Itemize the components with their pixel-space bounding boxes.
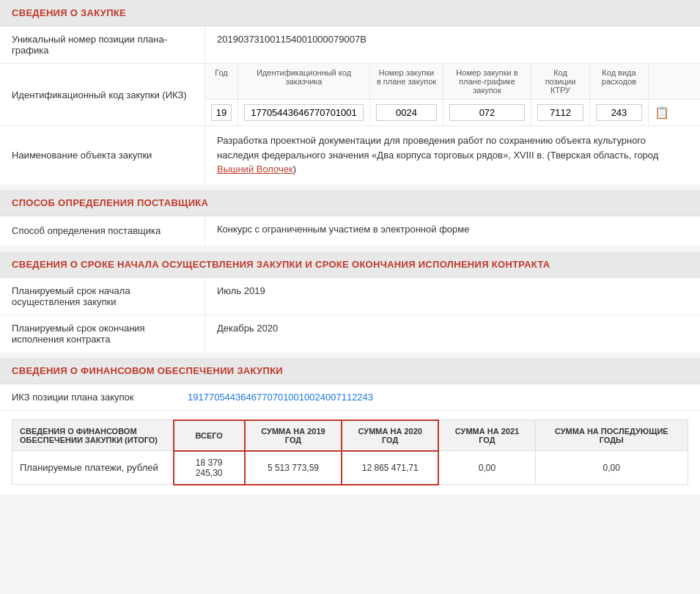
fin-val-total: 18 379 245,30 — [174, 451, 245, 485]
financial-header: СВЕДЕНИЯ О ФИНАНСОВОМ ОБЕСПЕЧЕНИИ ЗАКУПК… — [0, 358, 700, 384]
fin-col-row-header: СВЕДЕНИЯ О ФИНАНСОВОМ ОБЕСПЕЧЕНИИ ЗАКУПК… — [12, 420, 174, 451]
ikz-val-num — [370, 100, 443, 125]
timeline-body: Планируемый срок начала осуществления за… — [0, 278, 700, 352]
ikz-content: Год Идентификационный код заказчика Номе… — [205, 64, 700, 125]
fin-col-future-header: СУММА НА ПОСЛЕДУЮЩИЕ ГОДЫ — [535, 420, 688, 451]
ikz-val-plan — [443, 100, 531, 125]
ikz-val-year — [205, 100, 238, 125]
page: СВЕДЕНИЯ О ЗАКУПКЕ Уникальный номер пози… — [0, 0, 700, 494]
ikz-num-input[interactable] — [376, 104, 437, 121]
ikz-col-num-header: Номер закупки в плане закупок — [370, 64, 443, 99]
name-text-part2: ) — [293, 164, 296, 175]
copy-icon[interactable]: 📋 — [649, 103, 675, 122]
financial-body: ИКЗ позиции плана закупок 19177054436467… — [0, 384, 700, 494]
ikz-label: Идентификационный код закупки (ИКЗ) — [0, 64, 205, 125]
fin-col-2019-header: СУММА НА 2019 ГОД — [245, 420, 342, 451]
name-link[interactable]: Вышний Волочек — [217, 164, 293, 175]
unique-number-label: Уникальный номер позиции плана-графика — [0, 26, 205, 63]
ikz-col-plan-header: Номер закупки в плане-графике закупок — [443, 64, 531, 99]
name-value: Разработка проектной документации для пр… — [205, 126, 700, 184]
ikz-exp-input[interactable] — [596, 104, 642, 121]
ikz-col-headers: Год Идентификационный код заказчика Номе… — [205, 64, 700, 100]
fin-col-2020-header: СУММА НА 2020 ГОД — [342, 420, 438, 451]
timeline-section: СВЕДЕНИЯ О СРОКЕ НАЧАЛА ОСУЩЕСТВЛЕНИЯ ЗА… — [0, 252, 700, 352]
financial-section: СВЕДЕНИЯ О ФИНАНСОВОМ ОБЕСПЕЧЕНИИ ЗАКУПК… — [0, 358, 700, 494]
ikz-plan-input[interactable] — [449, 104, 525, 121]
end-label: Планируемый срок окончания исполнения ко… — [0, 315, 205, 352]
start-row: Планируемый срок начала осуществления за… — [0, 278, 700, 315]
supplier-header: СПОСОБ ОПРЕДЕЛЕНИЯ ПОСТАВЩИКА — [0, 190, 700, 216]
purchase-info-body: Уникальный номер позиции плана-графика 2… — [0, 26, 700, 184]
start-value: Июль 2019 — [205, 278, 700, 315]
fin-ikz-row: ИКЗ позиции плана закупок 19177054436467… — [0, 384, 700, 411]
unique-number-value: 201903731001154001000079007B — [205, 26, 700, 63]
fin-col-total-header: ВСЕГО — [174, 420, 245, 451]
ikz-values-row: 📋 — [205, 100, 700, 125]
supplier-value: Конкурс с ограниченным участием в электр… — [205, 216, 700, 246]
supplier-section: СПОСОБ ОПРЕДЕЛЕНИЯ ПОСТАВЩИКА Способ опр… — [0, 190, 700, 246]
supplier-body: Способ определения поставщика Конкурс с … — [0, 216, 700, 246]
unique-number-row: Уникальный номер позиции плана-графика 2… — [0, 26, 700, 64]
ikz-row: Идентификационный код закупки (ИКЗ) Год … — [0, 64, 700, 126]
fin-ikz-label: ИКЗ позиции плана закупок — [12, 392, 188, 403]
fin-table-data-row: Планируемые платежи, рублей 18 379 245,3… — [12, 451, 688, 485]
ikz-val-id — [238, 100, 370, 125]
fin-val-2020: 12 865 471,71 — [342, 451, 438, 485]
ikz-col-year-header: Год — [205, 64, 238, 99]
fin-val-2021: 0,00 — [438, 451, 535, 485]
name-label: Наименование объекта закупки — [0, 126, 205, 184]
supplier-row: Способ определения поставщика Конкурс с … — [0, 216, 700, 246]
ikz-ktru-input[interactable] — [537, 104, 583, 121]
end-row: Планируемый срок окончания исполнения ко… — [0, 315, 700, 352]
fin-col-2021-header: СУММА НА 2021 ГОД — [438, 420, 535, 451]
timeline-header: СВЕДЕНИЯ О СРОКЕ НАЧАЛА ОСУЩЕСТВЛЕНИЯ ЗА… — [0, 252, 700, 278]
fin-table-wrapper: СВЕДЕНИЯ О ФИНАНСОВОМ ОБЕСПЕЧЕНИИ ЗАКУПК… — [0, 411, 700, 494]
purchase-info-section: СВЕДЕНИЯ О ЗАКУПКЕ Уникальный номер пози… — [0, 0, 700, 184]
ikz-col-exp-header: Код вида расходов — [590, 64, 649, 99]
fin-table-header-row: СВЕДЕНИЯ О ФИНАНСОВОМ ОБЕСПЕЧЕНИИ ЗАКУПК… — [12, 420, 688, 451]
fin-val-future: 0,00 — [535, 451, 688, 485]
end-value: Декабрь 2020 — [205, 315, 700, 352]
name-text-part1: Разработка проектной документации для пр… — [217, 135, 658, 161]
purchase-info-header: СВЕДЕНИЯ О ЗАКУПКЕ — [0, 0, 700, 26]
fin-table: СВЕДЕНИЯ О ФИНАНСОВОМ ОБЕСПЕЧЕНИИ ЗАКУПК… — [12, 419, 688, 485]
ikz-col-id-header: Идентификационный код заказчика — [238, 64, 370, 99]
ikz-val-exp — [590, 100, 649, 125]
fin-val-2019: 5 513 773,59 — [245, 451, 342, 485]
fin-row-label: Планируемые платежи, рублей — [12, 451, 174, 485]
fin-ikz-link[interactable]: 19177054436467707010010024007112243 — [188, 392, 373, 403]
ikz-year-input[interactable] — [211, 104, 232, 121]
supplier-label: Способ определения поставщика — [0, 216, 205, 246]
ikz-val-ktru — [531, 100, 590, 125]
ikz-id-input[interactable] — [244, 104, 364, 121]
start-label: Планируемый срок начала осуществления за… — [0, 278, 205, 315]
ikz-col-ktru-header: Код позиции КТРУ — [531, 64, 590, 99]
name-row: Наименование объекта закупки Разработка … — [0, 126, 700, 184]
